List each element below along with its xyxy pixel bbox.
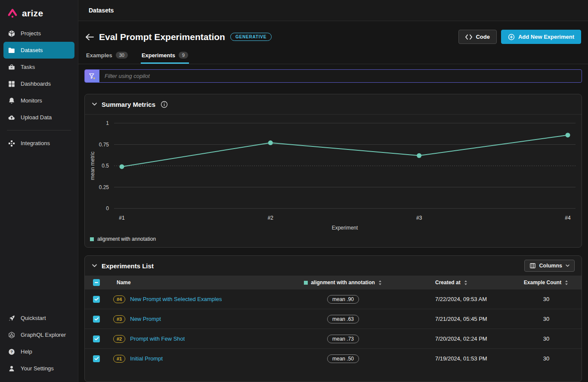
metric-pill: mean .90 <box>327 295 359 304</box>
svg-text:?: ? <box>10 350 13 354</box>
column-header-created-at[interactable]: Created at <box>408 280 511 286</box>
created-at-value: 7/20/2024, 02:24 PM <box>408 335 511 342</box>
table-row: #2 Prompt with Few Shot mean .73 7/20/20… <box>85 329 582 348</box>
sidebar-item-dashboards[interactable]: Dashboards <box>3 75 74 92</box>
integrations-hub-icon <box>7 140 16 147</box>
svg-text:0.5: 0.5 <box>102 163 109 169</box>
experiment-name-link[interactable]: New Prompt with Selected Examples <box>130 296 222 302</box>
sidebar-item-label: Projects <box>21 30 41 37</box>
summary-metrics-panel: Summary Metrics 00.250.50.751mean metric… <box>84 94 582 248</box>
tabs: Examples 30 Experiments 9 <box>85 52 581 64</box>
column-header-name: Name <box>108 280 279 286</box>
back-arrow-icon <box>85 34 94 40</box>
sidebar-item-tasks[interactable]: Tasks <box>3 59 74 75</box>
monitors-bell-icon <box>7 97 16 105</box>
sidebar-item-monitors[interactable]: Monitors <box>3 92 74 109</box>
experiment-number-badge: #2 <box>113 335 125 343</box>
copilot-filter-input[interactable] <box>99 70 582 82</box>
tab-label: Examples <box>86 52 112 59</box>
column-header-count-label: Example Count <box>524 280 561 286</box>
experiment-name-link[interactable]: New Prompt <box>130 316 161 322</box>
select-all-checkbox[interactable] <box>93 279 100 286</box>
experiment-name-link[interactable]: Initial Prompt <box>130 355 163 362</box>
row-checkbox[interactable] <box>93 296 100 303</box>
column-header-created-label: Created at <box>435 280 461 286</box>
user-icon <box>7 365 16 373</box>
sidebar-item-datasets[interactable]: Datasets <box>3 42 74 59</box>
experiments-table-header: Name alignment with annotation Created a… <box>85 276 582 289</box>
sort-icon <box>378 280 382 286</box>
legend-swatch <box>90 237 94 241</box>
add-button-label: Add New Experiment <box>518 34 574 40</box>
row-checkbox[interactable] <box>93 316 100 323</box>
table-row: #1 Initial Prompt mean .50 7/19/2024, 01… <box>85 348 582 368</box>
dashboards-grid-icon <box>7 80 16 88</box>
svg-text:#2: #2 <box>268 215 274 221</box>
row-checkbox[interactable] <box>93 355 100 362</box>
code-button[interactable]: Code <box>458 30 497 44</box>
sidebar-item-label: Monitors <box>21 97 42 104</box>
created-at-value: 7/21/2024, 05:45 PM <box>408 316 511 322</box>
sidebar-item-quickstart[interactable]: Quickstart <box>3 310 74 326</box>
experiment-number-badge: #1 <box>113 355 125 363</box>
sidebar-item-help[interactable]: ? Help <box>3 343 74 360</box>
page-header: Eval Prompt Experimentation GENERATIVE C… <box>78 21 588 64</box>
experiment-number-badge: #3 <box>113 315 125 323</box>
code-icon <box>465 34 472 40</box>
svg-text:0.75: 0.75 <box>99 142 109 148</box>
experiment-number-badge: #4 <box>113 295 125 303</box>
example-count-value: 30 <box>511 316 582 322</box>
tab-count-badge: 30 <box>116 52 128 59</box>
brand-logo[interactable]: arize <box>0 4 78 25</box>
datasets-folder-icon <box>7 47 16 54</box>
summary-collapse-button[interactable] <box>92 102 97 106</box>
svg-text:#1: #1 <box>119 215 125 221</box>
columns-button[interactable]: Columns <box>524 260 575 272</box>
table-row: #4 New Prompt with Selected Examples mea… <box>85 289 582 309</box>
sidebar-item-your-settings[interactable]: Your Settings <box>3 360 74 377</box>
sidebar-item-graphql-explorer[interactable]: GraphQL Explorer <box>3 326 74 343</box>
example-count-value: 30 <box>511 335 582 342</box>
experiments-collapse-button[interactable] <box>92 264 97 267</box>
projects-cube-icon <box>7 30 16 37</box>
generative-badge: GENERATIVE <box>230 33 272 41</box>
check-icon <box>94 337 99 341</box>
indeterminate-icon <box>95 282 98 283</box>
column-header-metric[interactable]: alignment with annotation <box>279 280 408 286</box>
filter-sparkle-icon <box>88 72 96 80</box>
experiments-list-title: Experiments List <box>102 262 154 270</box>
legend-label: alignment with annotation <box>97 236 156 242</box>
row-checkbox[interactable] <box>93 335 100 342</box>
brand-name: arize <box>22 8 43 19</box>
sidebar-item-projects[interactable]: Projects <box>3 25 74 42</box>
add-new-experiment-button[interactable]: Add New Experiment <box>501 30 581 44</box>
experiment-name-link[interactable]: Prompt with Few Shot <box>130 335 185 342</box>
copilot-filter-bar <box>84 69 582 83</box>
app-window: arize Projects Datasets Tasks Dashboards <box>0 0 588 382</box>
tab-label: Experiments <box>142 52 175 59</box>
sidebar-spacer <box>0 152 78 310</box>
sidebar-item-label: Tasks <box>21 64 35 70</box>
sidebar-item-integrations[interactable]: Integrations <box>3 135 74 152</box>
sidebar: arize Projects Datasets Tasks Dashboards <box>0 0 78 382</box>
rocket-icon <box>7 314 16 322</box>
tab-count-badge: 9 <box>179 52 188 59</box>
sidebar-divider <box>7 130 71 130</box>
sidebar-item-upload-data[interactable]: Upload Data <box>3 109 74 126</box>
svg-text:0.25: 0.25 <box>99 184 109 190</box>
created-at-value: 7/22/2024, 09:53 AM <box>408 296 511 302</box>
tab-experiments[interactable]: Experiments 9 <box>141 52 189 64</box>
tab-examples[interactable]: Examples 30 <box>85 52 129 64</box>
graphql-icon <box>7 331 16 339</box>
tasks-box-icon <box>7 63 16 71</box>
main-content: Datasets Eval Prompt Experimentation GEN… <box>78 0 588 382</box>
back-button[interactable] <box>85 34 94 40</box>
check-icon <box>94 297 99 301</box>
sidebar-item-label: Quickstart <box>21 315 46 321</box>
sidebar-item-label: GraphQL Explorer <box>21 332 66 338</box>
page-title: Eval Prompt Experimentation <box>99 32 225 42</box>
check-icon <box>94 317 99 321</box>
column-header-example-count[interactable]: Example Count <box>511 280 582 286</box>
svg-text:Experiment: Experiment <box>332 225 358 231</box>
summary-info-button[interactable] <box>161 101 168 108</box>
